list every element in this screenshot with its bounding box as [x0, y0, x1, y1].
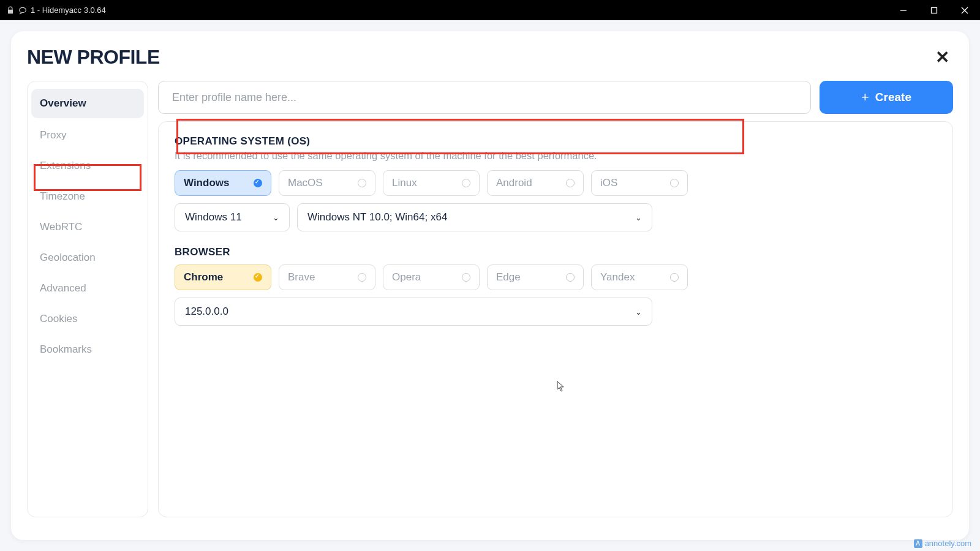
plus-icon: +: [861, 89, 869, 105]
sidebar-item-advanced[interactable]: Advanced: [28, 274, 148, 303]
browser-option-brave[interactable]: Brave: [279, 264, 375, 290]
cursor-icon: [557, 381, 565, 394]
os-option-ios[interactable]: iOS: [591, 170, 688, 196]
browser-section-title: BROWSER: [175, 246, 937, 258]
os-version-select[interactable]: Windows 11⌄: [175, 203, 290, 231]
minimize-button[interactable]: [888, 0, 919, 20]
maximize-button[interactable]: [919, 0, 949, 20]
window-titlebar: 1 - Hidemyacc 3.0.64: [0, 0, 980, 20]
sidebar-item-extensions[interactable]: Extensions: [28, 151, 148, 181]
browser-option-chrome[interactable]: Chrome: [175, 264, 271, 290]
chevron-down-icon: ⌄: [273, 213, 279, 222]
close-modal-button[interactable]: ✕: [931, 47, 953, 69]
browser-option-yandex[interactable]: Yandex: [591, 264, 688, 290]
browser-option-opera[interactable]: Opera: [383, 264, 480, 290]
os-section-title: OPERATING SYSTEM (OS): [175, 135, 937, 148]
sidebar-item-bookmarks[interactable]: Bookmarks: [28, 335, 148, 364]
sidebar-item-webrtc[interactable]: WebRTC: [28, 212, 148, 242]
svg-point-0: [20, 7, 26, 12]
settings-sidebar: Overview Proxy Extensions Timezone WebRT…: [27, 81, 148, 517]
create-button[interactable]: + Create: [820, 81, 953, 114]
os-option-linux[interactable]: Linux: [383, 170, 480, 196]
os-section-subtitle: It is recommended to use the same operat…: [175, 150, 937, 162]
browser-option-edge[interactable]: Edge: [487, 264, 584, 290]
sidebar-item-timezone[interactable]: Timezone: [28, 182, 148, 211]
check-icon: [254, 179, 262, 187]
os-option-macos[interactable]: MacOS: [279, 170, 375, 196]
sidebar-item-geolocation[interactable]: Geolocation: [28, 243, 148, 272]
sidebar-item-overview[interactable]: Overview: [31, 89, 144, 118]
titlebar-text: 1 - Hidemyacc 3.0.64: [31, 6, 106, 15]
svg-rect-2: [932, 7, 937, 13]
radio-icon: [462, 179, 470, 187]
radio-icon: [462, 273, 470, 282]
os-useragent-select[interactable]: Windows NT 10.0; Win64; x64⌄: [297, 203, 652, 231]
lock-icon: [6, 6, 15, 15]
radio-icon: [358, 273, 366, 282]
sidebar-item-proxy[interactable]: Proxy: [28, 121, 148, 150]
browser-version-select[interactable]: 125.0.0.0⌄: [175, 298, 652, 326]
profile-name-input[interactable]: [158, 81, 811, 114]
watermark: A annotely.com: [914, 539, 971, 548]
check-icon: [254, 273, 262, 282]
create-button-label: Create: [875, 91, 911, 104]
chat-icon: [18, 6, 27, 15]
os-option-android[interactable]: Android: [487, 170, 584, 196]
chevron-down-icon: ⌄: [635, 307, 642, 317]
radio-icon: [566, 273, 575, 282]
radio-icon: [670, 273, 679, 282]
chevron-down-icon: ⌄: [635, 213, 642, 222]
os-option-windows[interactable]: Windows: [175, 170, 271, 196]
radio-icon: [670, 179, 679, 187]
watermark-icon: A: [914, 539, 922, 548]
radio-icon: [566, 179, 575, 187]
radio-icon: [358, 179, 366, 187]
page-title: NEW PROFILE: [27, 46, 160, 69]
close-window-button[interactable]: [949, 0, 980, 20]
sidebar-item-cookies[interactable]: Cookies: [28, 304, 148, 334]
